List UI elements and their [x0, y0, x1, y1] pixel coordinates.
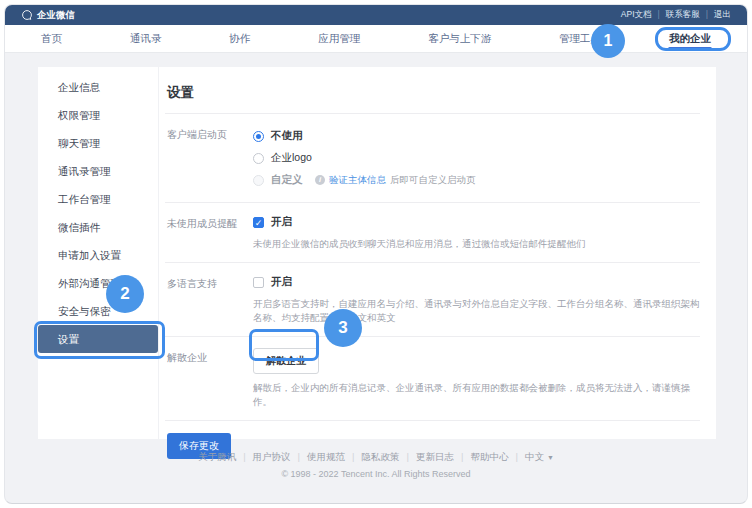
row-description: 解散后，企业内的所有消息记录、企业通讯录、所有应用的数据都会被删除，成员将无法进…	[253, 381, 700, 409]
custom-option-hint: i 验证主体信息 后即可自定义启动页	[315, 169, 700, 191]
sidebar-item[interactable]: 工作台管理	[38, 185, 158, 213]
row-label: 客户端启动页	[165, 125, 253, 191]
nav-tab[interactable]: 首页	[35, 25, 68, 52]
footer-link[interactable]: 更新日志	[416, 451, 470, 464]
sidebar-item[interactable]: 申请加入设置	[38, 241, 158, 269]
reminder-checkbox[interactable]	[253, 217, 264, 228]
hint-text: 后即可自定义启动页	[390, 174, 476, 187]
row-label: 多语言支持	[165, 274, 253, 325]
footer-link[interactable]: 帮助中心	[470, 451, 524, 464]
row-label: 未使用成员提醒	[165, 214, 253, 251]
row-dissolve-company: 解散企业 解散企业 解散后，企业内的所有消息记录、企业通讯录、所有应用的数据都会…	[165, 337, 700, 420]
sidebar-item[interactable]: 聊天管理	[38, 129, 158, 157]
row-description: 未使用企业微信的成员收到聊天消息和应用消息，通过微信或短信邮件提醒他们	[253, 237, 700, 251]
radio-icon	[253, 175, 264, 186]
topbar: 企业微信 API文档联系客服退出	[5, 5, 747, 25]
chat-bubble-logo-icon	[21, 9, 33, 21]
topbar-link[interactable]: API文档	[621, 9, 666, 21]
row-client-launch-page: 客户端启动页 不使用 企业logo	[165, 114, 700, 203]
nav-tab[interactable]: 协作	[223, 25, 256, 52]
footer-link[interactable]: 使用规范	[307, 451, 361, 464]
footer-link[interactable]: 关于腾讯	[198, 451, 252, 464]
nav-tab[interactable]: 客户与上下游	[422, 25, 497, 52]
checkbox-label: 开启	[271, 275, 292, 289]
nav-tab[interactable]: 通讯录	[124, 25, 168, 52]
caret-down-icon: ▼	[547, 454, 554, 461]
app-window: 企业微信 API文档联系客服退出 首页通讯录协作应用管理客户与上下游管理工具我的…	[4, 4, 748, 504]
settings-panel: 企业信息权限管理聊天管理通讯录管理工作台管理微信插件申请加入设置外部沟通管理安全…	[38, 67, 716, 439]
row-unused-member-reminder: 未使用成员提醒 开启 未使用企业微信的成员收到聊天消息和应用消息，通过微信或短信…	[165, 203, 700, 263]
annotation-box-settings-item	[34, 321, 165, 359]
wework-logo: 企业微信	[21, 9, 75, 22]
radio-option-label: 不使用	[271, 129, 303, 143]
sidebar-item[interactable]: 微信插件	[38, 213, 158, 241]
footer-link[interactable]: 用户协议	[253, 451, 307, 464]
verify-subject-link[interactable]: 验证主体信息	[329, 174, 386, 187]
row-label: 解散企业	[165, 348, 253, 409]
sidebar-item[interactable]: 通讯录管理	[38, 157, 158, 185]
checkbox-label: 开启	[271, 215, 292, 229]
settings-content: 设置 客户端启动页 不使用 企业log	[159, 67, 716, 439]
topbar-link[interactable]: 退出	[714, 9, 731, 21]
footer-link[interactable]: 隐私政策	[362, 451, 416, 464]
annotation-box-dissolve-button	[249, 329, 319, 361]
radio-option-label: 自定义	[271, 173, 303, 187]
divider	[165, 420, 700, 421]
annotation-box-my-company-tab	[655, 27, 731, 51]
radio-option[interactable]: 不使用	[253, 125, 700, 147]
settings-sidebar: 企业信息权限管理聊天管理通讯录管理工作台管理微信插件申请加入设置外部沟通管理安全…	[38, 67, 159, 439]
row-multi-language: 多语言支持 开启 开启多语言支持时，自建应用名与介绍、通讯录与对外信息自定义字段…	[165, 263, 700, 337]
multilang-checkbox[interactable]	[253, 277, 264, 288]
annotation-step-3-badge: 3	[324, 309, 362, 347]
sidebar-item[interactable]: 企业信息	[38, 73, 158, 101]
footer: 关于腾讯用户协议使用规范隐私政策更新日志帮助中心 中文 ▼ © 1998 - 2…	[5, 451, 747, 479]
radio-option-label: 企业logo	[271, 151, 312, 165]
radio-icon	[253, 153, 264, 164]
sidebar-item[interactable]: 权限管理	[38, 101, 158, 129]
page-title: 设置	[167, 84, 700, 102]
annotation-step-2-badge: 2	[106, 275, 144, 313]
radio-icon	[253, 131, 264, 142]
row-description: 开启多语言支持时，自建应用名与介绍、通讯录与对外信息自定义字段、工作台分组名称、…	[253, 297, 700, 325]
copyright: © 1998 - 2022 Tencent Inc. All Rights Re…	[5, 469, 747, 479]
nav-tab[interactable]: 应用管理	[312, 25, 366, 52]
annotation-step-1-badge: 1	[591, 24, 625, 58]
language-selector[interactable]: 中文 ▼	[525, 451, 554, 464]
info-icon: i	[315, 175, 325, 185]
topbar-links: API文档联系客服退出	[621, 9, 731, 21]
main-nav: 首页通讯录协作应用管理客户与上下游管理工具我的企业	[5, 25, 747, 53]
footer-links: 关于腾讯用户协议使用规范隐私政策更新日志帮助中心	[198, 451, 525, 464]
logo-text: 企业微信	[37, 9, 75, 22]
topbar-link[interactable]: 联系客服	[666, 9, 714, 21]
radio-option[interactable]: 企业logo	[253, 147, 700, 169]
